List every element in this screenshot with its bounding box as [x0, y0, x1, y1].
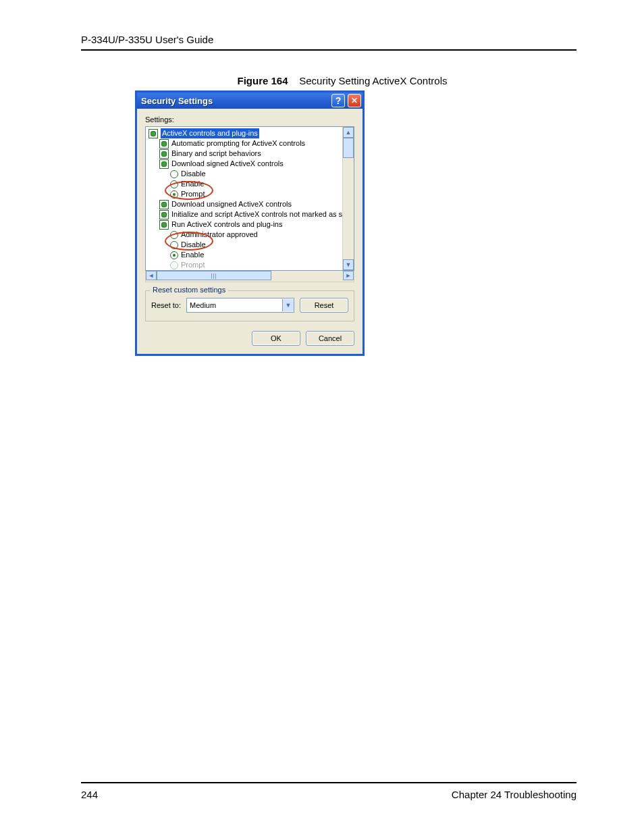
tree-item[interactable]: Initialize and script ActiveX controls n… [149, 209, 352, 219]
scroll-down-icon[interactable]: ▼ [343, 259, 354, 270]
tree-label: Initialize and script ActiveX controls n… [171, 209, 352, 219]
tree-label: Run ActiveX controls and plug-ins [171, 219, 282, 230]
scroll-up-icon[interactable]: ▲ [343, 127, 354, 138]
settings-label: Settings: [145, 115, 354, 124]
radio-icon [170, 261, 178, 269]
dialog-title: Security Settings [141, 96, 329, 106]
tree-item[interactable]: Binary and script behaviors [149, 149, 352, 159]
reset-button[interactable]: Reset [300, 298, 348, 313]
tree-label: Download unsigned ActiveX controls [171, 199, 292, 209]
tree-label: Download signed ActiveX controls [171, 159, 284, 169]
gear-icon [159, 149, 169, 159]
gear-icon [159, 220, 169, 230]
tree-item[interactable]: Run ActiveX controls and plug-ins [149, 219, 352, 230]
gear-icon [159, 139, 169, 149]
radio-option-prompt[interactable]: Prompt [149, 189, 352, 199]
radio-icon [170, 180, 178, 188]
titlebar[interactable]: Security Settings ? ✕ [137, 93, 363, 109]
tree-item[interactable]: Download unsigned ActiveX controls [149, 199, 352, 209]
gear-icon [159, 159, 169, 169]
tree-item[interactable]: Download signed ActiveX controls [149, 159, 352, 169]
tree-label: Automatic prompting for ActiveX controls [171, 138, 305, 149]
reset-level-select[interactable]: Medium ▼ [186, 298, 294, 313]
settings-tree[interactable]: ActiveX controls and plug-ins Automatic … [145, 126, 354, 271]
radio-option-disable[interactable]: Disable [149, 169, 352, 179]
ok-button[interactable]: OK [252, 331, 300, 346]
radio-icon [170, 241, 178, 249]
cancel-button[interactable]: Cancel [306, 331, 354, 346]
radio-label: Administrator approved [181, 230, 258, 240]
chapter-label: Chapter 24 Troubleshooting [452, 789, 576, 800]
radio-option-admin[interactable]: Administrator approved [149, 230, 352, 240]
tree-root-label: ActiveX controls and plug-ins [161, 128, 259, 138]
page-footer: 244 Chapter 24 Troubleshooting [81, 782, 576, 800]
radio-label: Disable [181, 169, 206, 179]
tree-item[interactable]: Automatic prompting for ActiveX controls [149, 138, 352, 149]
reset-custom-group: Reset custom settings Reset to: Medium ▼… [145, 290, 354, 321]
close-icon[interactable]: ✕ [348, 94, 361, 107]
radio-label: Enable [181, 250, 204, 260]
figure-label: Figure 164 [238, 75, 288, 86]
chevron-down-icon[interactable]: ▼ [282, 299, 294, 311]
reset-to-label: Reset to: [151, 301, 181, 309]
figure-title: Security Setting ActiveX Controls [299, 75, 447, 86]
radio-label: Prompt [181, 189, 205, 199]
radio-option-enable[interactable]: Enable [149, 179, 352, 189]
reset-legend: Reset custom settings [150, 286, 228, 294]
scroll-right-icon[interactable]: ► [343, 271, 354, 280]
radio-icon [170, 170, 178, 178]
reset-level-value: Medium [190, 301, 216, 309]
scroll-left-icon[interactable]: ◄ [146, 271, 157, 280]
scroll-thumb[interactable] [343, 138, 354, 158]
gear-icon [149, 129, 158, 138]
radio-option-disable[interactable]: Disable [149, 240, 352, 250]
radio-label: Enable [181, 179, 204, 189]
help-icon[interactable]: ? [331, 94, 345, 107]
radio-option-prompt[interactable]: Prompt [149, 260, 352, 270]
radio-label: Prompt [181, 260, 205, 270]
gear-icon [159, 200, 169, 209]
horizontal-scrollbar[interactable]: ◄ ► [145, 271, 354, 282]
figure-caption: Figure 164 Security Setting ActiveX Cont… [108, 75, 576, 86]
vertical-scrollbar[interactable]: ▲ ▼ [342, 127, 354, 270]
radio-icon [170, 190, 178, 199]
tree-root[interactable]: ActiveX controls and plug-ins [149, 128, 352, 138]
gear-icon [159, 210, 169, 219]
radio-icon [170, 251, 178, 259]
radio-label: Disable [181, 240, 206, 250]
page-number: 244 [81, 789, 98, 800]
running-head: P-334U/P-335U User's Guide [81, 34, 576, 51]
tree-label: Binary and script behaviors [171, 149, 261, 159]
scroll-thumb[interactable] [157, 271, 271, 280]
security-settings-dialog: Security Settings ? ✕ Settings: ActiveX … [135, 90, 365, 356]
radio-option-enable[interactable]: Enable [149, 250, 352, 260]
radio-icon [170, 231, 178, 239]
